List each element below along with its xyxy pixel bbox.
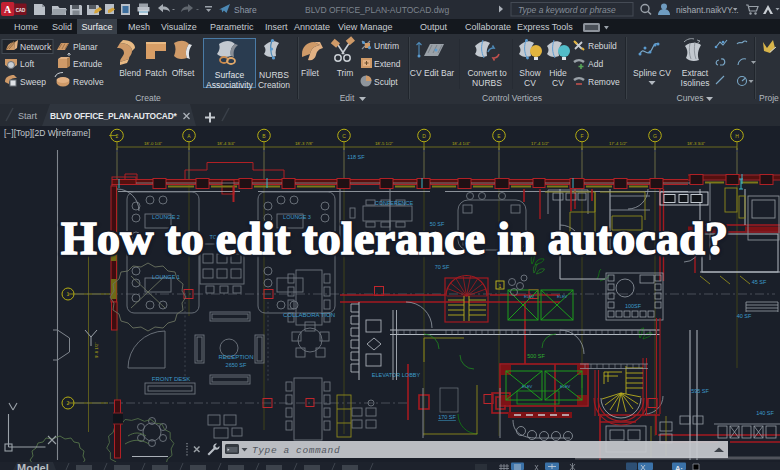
svg-text:Proje: Proje xyxy=(759,93,779,103)
svg-text:ELEV: ELEV xyxy=(522,384,533,389)
svg-text:595 SF: 595 SF xyxy=(691,388,709,394)
svg-text:45 SF: 45 SF xyxy=(752,279,767,285)
svg-text:G: G xyxy=(653,133,657,139)
svg-text:Extrude: Extrude xyxy=(73,59,103,69)
svg-text:Patch: Patch xyxy=(145,68,167,78)
svg-text:FRONT DESK: FRONT DESK xyxy=(152,376,191,382)
svg-text:NURBS: NURBS xyxy=(472,78,502,88)
svg-text:17'-4 1/2": 17'-4 1/2" xyxy=(531,141,550,146)
svg-text:2650 SF: 2650 SF xyxy=(226,362,247,368)
svg-text:Model: Model xyxy=(17,462,49,470)
svg-text:Rebuild: Rebuild xyxy=(588,41,617,51)
svg-text:A: A xyxy=(187,133,191,139)
svg-text:Edit: Edit xyxy=(340,93,355,103)
svg-text:Convert to: Convert to xyxy=(467,68,506,78)
svg-text:Extend: Extend xyxy=(374,59,401,69)
svg-text:COLLABORA TION: COLLABORA TION xyxy=(283,312,335,318)
svg-text:18'-4 3/4": 18'-4 3/4" xyxy=(217,141,236,146)
svg-text:500 SF: 500 SF xyxy=(527,353,545,359)
svg-text:D: D xyxy=(422,133,426,139)
svg-text:18'-5 1/2": 18'-5 1/2" xyxy=(375,141,394,146)
svg-text:Revolve: Revolve xyxy=(73,77,104,87)
svg-text:Start: Start xyxy=(18,111,38,121)
svg-text:Control Vertices: Control Vertices xyxy=(482,93,542,103)
svg-text:Remove: Remove xyxy=(588,77,620,87)
svg-text:nishant.naikVY...: nishant.naikVY... xyxy=(676,5,739,15)
svg-text:Share: Share xyxy=(234,5,257,15)
svg-text:Surface: Surface xyxy=(215,70,245,80)
svg-text:ELEV: ELEV xyxy=(524,294,535,299)
svg-text:Sculpt: Sculpt xyxy=(374,77,398,87)
svg-text:LOUNGE 1: LOUNGE 1 xyxy=(152,274,180,280)
svg-text:Type a keyword or phrase: Type a keyword or phrase xyxy=(518,5,616,15)
svg-text:ELEV: ELEV xyxy=(557,294,568,299)
svg-text:Spline CV: Spline CV xyxy=(633,68,671,78)
svg-text:ELEV: ELEV xyxy=(560,384,571,389)
svg-text:CV Edit Bar: CV Edit Bar xyxy=(410,68,455,78)
svg-text:Creation: Creation xyxy=(258,80,290,90)
svg-text:C: C xyxy=(342,133,346,139)
svg-text:Associativity: Associativity xyxy=(206,80,254,90)
svg-text:H: H xyxy=(735,133,739,139)
svg-text:Show: Show xyxy=(519,68,541,78)
svg-text:CAD: CAD xyxy=(16,8,26,13)
svg-text:Planar: Planar xyxy=(73,42,98,52)
svg-text:Blend: Blend xyxy=(119,68,141,78)
svg-text:9'-8 1/2": 9'-8 1/2" xyxy=(94,342,99,358)
svg-text:E: E xyxy=(497,133,501,139)
svg-text:Offset: Offset xyxy=(172,68,195,78)
svg-text:Loft: Loft xyxy=(20,59,35,69)
svg-text:118 SF: 118 SF xyxy=(347,154,365,160)
svg-text:Fillet: Fillet xyxy=(301,68,320,78)
svg-text:Hide: Hide xyxy=(549,68,567,78)
svg-text:2: 2 xyxy=(67,400,70,406)
svg-text:Sweep: Sweep xyxy=(20,77,46,87)
svg-text:Extract: Extract xyxy=(682,68,709,78)
svg-text:Type a command: Type a command xyxy=(252,445,340,456)
svg-text:Isolines: Isolines xyxy=(681,78,710,88)
svg-text:140 SF: 140 SF xyxy=(756,410,774,416)
svg-text:B: B xyxy=(262,133,266,139)
svg-text:CONFERENCE: CONFERENCE xyxy=(375,200,414,206)
svg-text:Network: Network xyxy=(20,42,52,52)
svg-text:17'-4 1/2": 17'-4 1/2" xyxy=(609,141,628,146)
svg-text:170 SF: 170 SF xyxy=(438,414,456,420)
svg-text:NURBS: NURBS xyxy=(259,70,289,80)
svg-text:100SF: 100SF xyxy=(625,303,642,309)
svg-text:40 SF: 40 SF xyxy=(737,313,752,319)
svg-text:Trim: Trim xyxy=(337,68,354,78)
svg-text:Untrim: Untrim xyxy=(374,41,399,51)
svg-text:Add: Add xyxy=(588,59,603,69)
svg-text:1: 1 xyxy=(67,291,70,297)
svg-text:Curves: Curves xyxy=(677,93,704,103)
svg-text:CV: CV xyxy=(524,78,536,88)
svg-text:CV: CV xyxy=(552,78,564,88)
svg-text:F: F xyxy=(580,133,583,139)
svg-text:1: 1 xyxy=(499,284,502,289)
svg-text:18'-0 1/4": 18'-0 1/4" xyxy=(144,141,163,146)
svg-text:BLVD OFFICE_PLAN-AUTOCAD*: BLVD OFFICE_PLAN-AUTOCAD* xyxy=(50,111,178,121)
svg-text:BLVD OFFICE_PLAN-AUTOCAD.dwg: BLVD OFFICE_PLAN-AUTOCAD.dwg xyxy=(305,5,449,15)
svg-text:Create: Create xyxy=(135,93,161,103)
svg-text:A·: A· xyxy=(675,464,683,470)
svg-text:RECEPTION: RECEPTION xyxy=(218,354,253,360)
svg-text:A: A xyxy=(4,4,12,15)
svg-text:18'-3 3/4": 18'-3 3/4" xyxy=(687,141,706,146)
svg-text:2: 2 xyxy=(116,133,119,139)
svg-text:18'-3 7/8": 18'-3 7/8" xyxy=(295,141,314,146)
svg-text:18'-4 1/4": 18'-4 1/4" xyxy=(452,141,471,146)
